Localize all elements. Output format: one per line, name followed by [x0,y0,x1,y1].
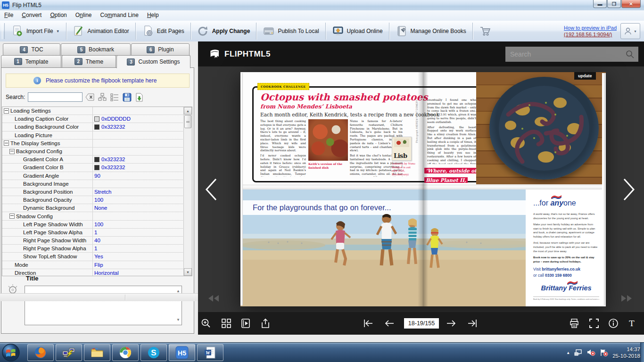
setting-value[interactable]: 40 [94,238,100,243]
setting-value[interactable]: 0x323232 [101,156,125,162]
action-center-flag-icon[interactable] [600,349,608,356]
settings-row[interactable]: Gradient Color A0x323232 [2,156,184,164]
start-button[interactable] [1,343,21,362]
close-button[interactable]: ✕ [621,0,641,8]
preview-ipad-label[interactable]: How to preview in iPad [564,25,617,31]
autoflip-button[interactable] [240,318,251,329]
setting-value[interactable]: 100 [94,222,103,227]
taskbar-fliphtml5[interactable]: H5 [169,344,195,361]
setting-value[interactable]: Flip [94,262,103,268]
color-swatch[interactable] [94,124,99,130]
collapse-icon[interactable] [9,149,15,154]
import-file-button[interactable]: Import File ▼ [7,23,65,39]
collapse-icon[interactable] [4,140,9,146]
settings-row[interactable]: Gradient Angle90 [2,172,184,180]
clear-search-button[interactable] [85,92,95,102]
settings-row[interactable]: Right Page Shadow Width40 [2,237,184,245]
scroll-up-button[interactable]: ▲ [184,107,192,115]
print-button[interactable] [569,318,580,329]
color-swatch[interactable] [94,116,99,122]
setting-value[interactable]: 1 [94,230,97,235]
thumbnails-button[interactable] [221,318,232,329]
settings-row[interactable]: Loading Picture [2,132,184,140]
scroll-down-icon[interactable]: ▼ [176,318,180,322]
page-number-input[interactable]: 18-19/155 [404,318,439,329]
scroll-down-button[interactable]: ▼ [184,268,192,276]
setting-value[interactable]: 0x323232 [101,165,125,170]
setting-value[interactable]: 0xDDDDDD [101,116,131,122]
setting-value[interactable]: Horizontal [94,270,119,276]
setting-value[interactable]: None [94,205,107,211]
settings-row[interactable]: Dynamic BackgroundNone [2,204,184,212]
fullscreen-button[interactable] [588,318,600,329]
next-page-arrow[interactable] [621,177,636,202]
settings-row[interactable]: Shadow Config [2,212,184,220]
first-page-button[interactable] [363,318,374,329]
last-page-corner-icon[interactable] [620,295,632,302]
book-search-input[interactable] [509,50,625,58]
next-page-button[interactable] [446,318,457,329]
search-icon[interactable] [625,49,635,59]
upload-online-button[interactable]: Upload Online [327,23,388,39]
text-select-button[interactable]: T [626,318,637,329]
first-page-corner-icon[interactable] [208,295,220,302]
taskbar-explorer[interactable] [84,344,110,361]
network-icon[interactable] [574,349,583,356]
last-page-button[interactable] [467,318,478,329]
setting-value[interactable]: 90 [94,173,100,179]
window-titlebar[interactable]: H5 Flip HTML5 ▬ ❐ ✕ [0,0,644,11]
setting-value[interactable]: 1 [94,246,97,251]
previous-page-arrow[interactable] [204,177,219,202]
tab-custom-settings[interactable]: 3 Custom Settings [116,55,190,68]
share-button[interactable] [260,318,271,329]
template-search-input[interactable] [28,92,83,102]
color-swatch[interactable] [94,165,99,170]
manage-online-books-button[interactable]: Manage Online Books [391,23,471,39]
settings-row[interactable]: Show TopLeft ShadowYes [2,253,184,261]
save-settings-button[interactable] [122,92,132,102]
collapse-icon[interactable] [4,108,9,114]
settings-row[interactable]: Left Page Shadow Alpha1 [2,229,184,237]
collapse-icon[interactable] [9,214,15,219]
menu-command-line[interactable]: Command Line [96,10,142,20]
setting-value[interactable]: 100 [94,197,103,203]
book-search-box[interactable] [505,47,638,62]
tree-view-icon[interactable] [98,92,107,102]
scrollbar-thumb[interactable] [184,115,191,128]
restore-button[interactable]: ❐ [607,0,621,8]
settings-row[interactable]: The Display Settings [2,140,184,148]
show-desktop-button[interactable] [640,343,644,362]
setting-value[interactable]: Stretch [94,189,111,195]
preview-ipad-link[interactable]: How to preview in iPad (192.168.56.1:909… [564,25,617,38]
taskbar-putty[interactable] [56,344,82,361]
settings-row[interactable]: Loading Settings [2,107,184,115]
taskbar-chrome[interactable] [112,344,139,361]
tab-template[interactable]: 1 Template [1,55,61,68]
scroll-up-icon[interactable]: ▲ [176,289,180,293]
account-button[interactable]: ▼ [620,23,640,39]
publish-to-local-button[interactable]: Publish To Local [258,23,323,39]
list-view-icon[interactable] [110,92,119,102]
minimize-button[interactable]: ▬ [593,0,607,8]
settings-row[interactable]: Loading Background Color0x323232 [2,123,184,131]
menu-option[interactable]: Option [46,10,71,20]
color-swatch[interactable] [94,157,99,162]
menu-help[interactable]: Help [143,10,163,20]
settings-row[interactable]: Background Opacity100 [2,196,184,204]
tab-bookmark[interactable]: 5 Bookmark [61,43,131,56]
show-hidden-icons-button[interactable]: ▲ [566,351,570,355]
taskbar-skype[interactable]: S [140,344,167,361]
settings-row[interactable]: Right Page Shadow Alpha1 [2,245,184,253]
settings-row[interactable]: ModeFlip [2,261,184,269]
volume-muted-icon[interactable] [587,349,595,356]
settings-row[interactable]: Left Page Shadow Width100 [2,221,184,229]
apply-change-button[interactable]: Apply Change [192,23,255,39]
edit-pages-button[interactable]: Edit Pages [137,23,189,39]
settings-row[interactable]: Loading Caption Color0xDDDDDD [2,115,184,123]
taskbar-firefox[interactable] [27,344,54,361]
settings-row[interactable]: Background PositionStretch [2,188,184,196]
settings-row[interactable]: Gradient Color B0x323232 [2,164,184,172]
taskbar-word[interactable]: W [197,344,223,361]
menu-file[interactable]: File [0,10,17,20]
preview-ipad-url[interactable]: (192.168.56.1:9094/) [564,31,617,38]
